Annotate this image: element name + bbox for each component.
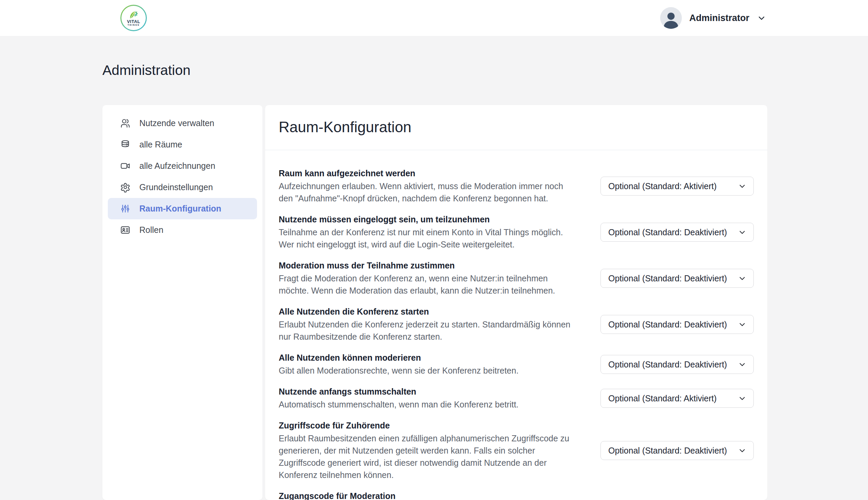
setting-select[interactable]: Optional (Standard: Deaktiviert) bbox=[600, 223, 754, 242]
setting-select[interactable]: Optional (Standard: Deaktiviert) bbox=[600, 441, 754, 460]
content-area: Nutzende verwaltenalle Räumealle Aufzeic… bbox=[102, 105, 767, 500]
setting-row: Moderation muss der Teilnahme zustimmenF… bbox=[279, 260, 754, 297]
setting-title: Raum kann aufgezeichnet werden bbox=[279, 168, 573, 179]
sidebar-item-rollen[interactable]: Rollen bbox=[108, 219, 257, 241]
setting-row: Zugriffscode für ZuhörendeErlaubt Raumbe… bbox=[279, 420, 754, 481]
setting-row: Alle Nutzenden können moderierenGibt all… bbox=[279, 352, 754, 377]
room-config-panel: Raum-Konfiguration Raum kann aufgezeichn… bbox=[265, 105, 767, 500]
setting-select-value: Optional (Standard: Deaktiviert) bbox=[608, 320, 727, 329]
setting-select-value: Optional (Standard: Deaktiviert) bbox=[608, 227, 727, 237]
sliders-icon bbox=[120, 203, 131, 214]
panel-header: Raum-Konfiguration bbox=[265, 105, 767, 150]
setting-row: Zugangscode für ModerationErlaubt Raumbe… bbox=[279, 490, 754, 500]
setting-row: Alle Nutzenden die Konferenz startenErla… bbox=[279, 306, 754, 343]
setting-title: Nutzende müssen eingeloggt sein, um teil… bbox=[279, 214, 573, 225]
setting-select-value: Optional (Standard: Aktiviert) bbox=[608, 394, 717, 404]
setting-select[interactable]: Optional (Standard: Deaktiviert) bbox=[600, 355, 754, 374]
logo-text-vital: VITAL bbox=[127, 19, 140, 24]
sidebar-item-label: Raum-Konfiguration bbox=[139, 204, 222, 214]
avatar bbox=[660, 7, 682, 29]
users-icon bbox=[120, 118, 131, 128]
setting-text: Raum kann aufgezeichnet werdenAufzeichnu… bbox=[279, 168, 573, 204]
setting-description: Erlaubt Raumbesitzenden einen zufälligen… bbox=[279, 432, 573, 481]
setting-title: Zugriffscode für Zuhörende bbox=[279, 420, 573, 431]
person-silhouette-icon bbox=[661, 9, 681, 29]
panel-title: Raum-Konfiguration bbox=[279, 118, 754, 136]
top-bar: VITAL THINGS Administrator bbox=[0, 0, 868, 36]
setting-row: Raum kann aufgezeichnet werdenAufzeichnu… bbox=[279, 168, 754, 204]
setting-description: Aufzeichnungen erlauben. Wenn aktiviert,… bbox=[279, 180, 573, 204]
sidebar-item-label: alle Räume bbox=[139, 140, 182, 149]
chevron-down-icon bbox=[738, 360, 747, 369]
sidebar-item-nutzende-verwalten[interactable]: Nutzende verwalten bbox=[108, 113, 257, 134]
setting-text: Alle Nutzenden die Konferenz startenErla… bbox=[279, 306, 573, 343]
setting-text: Nutzende müssen eingeloggt sein, um teil… bbox=[279, 214, 573, 250]
setting-description: Gibt allen Moderationsrechte, wenn sie d… bbox=[279, 364, 573, 377]
chevron-down-icon bbox=[738, 274, 747, 283]
user-name: Administrator bbox=[689, 13, 749, 23]
gear-icon bbox=[120, 182, 131, 193]
setting-select[interactable]: Optional (Standard: Aktiviert) bbox=[600, 389, 754, 408]
setting-select-value: Optional (Standard: Deaktiviert) bbox=[608, 360, 727, 370]
setting-row: Nutzende anfangs stummschaltenAutomatisc… bbox=[279, 386, 754, 410]
setting-select[interactable]: Optional (Standard: Aktiviert) bbox=[600, 177, 754, 196]
setting-description: Fragt die Moderation der Konferenz an, w… bbox=[279, 272, 573, 297]
vital-things-logo[interactable]: VITAL THINGS bbox=[120, 5, 147, 31]
setting-description: Automatisch stummenschalten, wenn man di… bbox=[279, 398, 573, 410]
page-title: Administration bbox=[102, 62, 191, 79]
logo-inner-circle: VITAL THINGS bbox=[121, 6, 146, 30]
setting-description: Erlaubt Nutzenden die Konferenz jederzei… bbox=[279, 318, 573, 343]
settings-list: Raum kann aufgezeichnet werdenAufzeichnu… bbox=[265, 150, 767, 500]
setting-text: Zugriffscode für ZuhörendeErlaubt Raumbe… bbox=[279, 420, 573, 481]
setting-text: Moderation muss der Teilnahme zustimmenF… bbox=[279, 260, 573, 297]
user-menu[interactable]: Administrator bbox=[660, 0, 766, 36]
setting-title: Nutzende anfangs stummschalten bbox=[279, 386, 573, 397]
setting-description: Teilnahme an der Konferenz ist nur mit e… bbox=[279, 226, 573, 250]
chevron-down-icon bbox=[738, 394, 747, 403]
setting-select-value: Optional (Standard: Deaktiviert) bbox=[608, 446, 727, 456]
logo-text-things: THINGS bbox=[127, 24, 139, 26]
id-badge-icon bbox=[120, 225, 131, 235]
video-camera-icon bbox=[120, 161, 131, 171]
setting-title: Zugangscode für Moderation bbox=[279, 490, 573, 500]
chevron-down-icon bbox=[757, 13, 766, 23]
leaf-gear-icon bbox=[127, 10, 140, 20]
setting-text: Nutzende anfangs stummschaltenAutomatisc… bbox=[279, 386, 573, 410]
admin-sidebar: Nutzende verwaltenalle Räumealle Aufzeic… bbox=[102, 105, 262, 500]
sidebar-item-label: Grundeinstellungen bbox=[139, 182, 213, 192]
setting-row: Nutzende müssen eingeloggt sein, um teil… bbox=[279, 214, 754, 250]
setting-select[interactable]: Optional (Standard: Deaktiviert) bbox=[600, 269, 754, 288]
setting-title: Alle Nutzenden können moderieren bbox=[279, 352, 573, 363]
setting-select[interactable]: Optional (Standard: Deaktiviert) bbox=[600, 315, 754, 334]
setting-select-value: Optional (Standard: Deaktiviert) bbox=[608, 274, 727, 283]
setting-title: Moderation muss der Teilnahme zustimmen bbox=[279, 260, 573, 271]
sidebar-item-label: Rollen bbox=[139, 225, 164, 235]
chevron-down-icon bbox=[738, 320, 747, 329]
setting-text: Alle Nutzenden können moderierenGibt all… bbox=[279, 352, 573, 377]
setting-select-value: Optional (Standard: Aktiviert) bbox=[608, 181, 717, 191]
chevron-down-icon bbox=[738, 446, 747, 455]
sidebar-item-alle-aufzeichnungen[interactable]: alle Aufzeichnungen bbox=[108, 155, 257, 177]
setting-text: Zugangscode für ModerationErlaubt Raumbe… bbox=[279, 490, 573, 500]
sidebar-item-raum-konfiguration[interactable]: Raum-Konfiguration bbox=[108, 198, 257, 219]
sidebar-item-label: alle Aufzeichnungen bbox=[139, 161, 215, 171]
setting-title: Alle Nutzenden die Konferenz starten bbox=[279, 306, 573, 317]
chevron-down-icon bbox=[738, 228, 747, 237]
rooms-stack-icon bbox=[120, 139, 131, 150]
chevron-down-icon bbox=[738, 182, 747, 191]
sidebar-item-grundeinstellungen[interactable]: Grundeinstellungen bbox=[108, 177, 257, 198]
sidebar-item-alle-räume[interactable]: alle Räume bbox=[108, 134, 257, 155]
sidebar-item-label: Nutzende verwalten bbox=[139, 118, 214, 128]
